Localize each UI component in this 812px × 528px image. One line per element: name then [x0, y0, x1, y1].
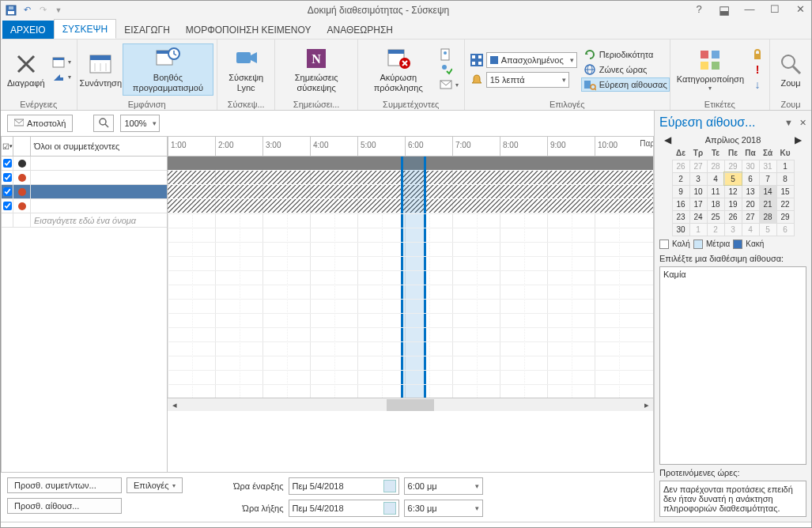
calendar-day[interactable]: 2	[707, 223, 724, 236]
calendar-day[interactable]: 13	[742, 185, 759, 198]
pane-close-icon[interactable]: ✕	[799, 118, 806, 128]
search-button[interactable]	[93, 115, 114, 132]
appointment-button[interactable]: Συνάντηση	[81, 50, 121, 90]
undo-icon[interactable]: ↶	[20, 3, 34, 17]
attendee-checkbox[interactable]	[3, 173, 12, 182]
calendar-day[interactable]: 29	[724, 160, 742, 172]
private-small-icon[interactable]	[749, 47, 766, 62]
calendar-day[interactable]: 5	[759, 223, 776, 236]
scroll-thumb[interactable]	[387, 399, 434, 411]
cancel-invite-button[interactable]: Ακύρωση πρόσκλησης	[361, 44, 436, 94]
calendar-day[interactable]: 30	[742, 160, 759, 172]
calendar-day[interactable]: 28	[707, 160, 724, 172]
add-rooms-button[interactable]: Προσθ. αίθουσ...	[7, 498, 122, 514]
lowimportance-small-icon[interactable]: ↓	[749, 77, 766, 92]
reminder-dropdown[interactable]: 15 λεπτά	[468, 71, 580, 89]
calendar-day[interactable]: 31	[759, 160, 776, 172]
pane-dropdown-icon[interactable]: ▼	[784, 118, 793, 127]
start-time-input[interactable]: 6:00 μμ	[404, 477, 483, 495]
scroll-right-icon[interactable]: ▸	[640, 400, 653, 410]
calendar-day[interactable]: 6	[742, 172, 759, 185]
attendee-checkbox[interactable]	[3, 159, 12, 168]
tab-insert[interactable]: ΕΙΣΑΓΩΓΗ	[116, 21, 178, 39]
calendar-day[interactable]: 12	[724, 185, 742, 198]
available-rooms-list[interactable]: Καμία	[659, 266, 806, 466]
response-options-small-icon[interactable]: ▾	[437, 77, 461, 92]
calendar-day[interactable]: 21	[759, 198, 776, 210]
attendee-checkbox[interactable]	[3, 187, 12, 196]
close-icon[interactable]: ✕	[792, 3, 808, 17]
end-time-input[interactable]: 6:30 μμ	[404, 500, 483, 517]
send-button[interactable]: Αποστολή	[7, 115, 73, 132]
recurrence-button[interactable]: Περιοδικότητα	[581, 47, 670, 62]
attendee-row[interactable]	[2, 185, 167, 199]
minimize-icon[interactable]: —	[742, 3, 757, 17]
tab-meeting[interactable]: ΣΥΣΚΕΨΗ	[54, 19, 117, 39]
save-icon[interactable]	[4, 3, 18, 17]
calendar-day[interactable]: 5	[724, 172, 742, 185]
calendar-day[interactable]: 29	[776, 210, 794, 223]
month-calendar[interactable]: ΔεΤρΤεΠεΠαΣάΚυ26272829303112345678910111…	[672, 147, 795, 236]
calendar-day[interactable]: 15	[776, 185, 794, 198]
maximize-icon[interactable]: ☐	[767, 3, 783, 17]
calendar-day[interactable]: 6	[776, 223, 794, 236]
new-attendee-placeholder[interactable]: Εισαγάγετε εδώ ένα όνομα	[31, 216, 167, 225]
start-date-input[interactable]: Πεμ 5/4/2018	[289, 477, 399, 495]
tab-review[interactable]: ΑΝΑΘΕΩΡΗΣΗ	[319, 21, 400, 39]
scroll-left-icon[interactable]: ◂	[168, 400, 181, 410]
prev-month-icon[interactable]: ◀	[664, 134, 671, 145]
timezones-button[interactable]: Ζώνες ώρας	[581, 62, 670, 77]
calendar-day[interactable]: 3	[724, 223, 742, 236]
calendar-day[interactable]: 3	[689, 172, 707, 185]
calendar-day[interactable]: 2	[672, 172, 689, 185]
calendar-day[interactable]: 24	[689, 210, 707, 223]
add-attendees-button[interactable]: Προσθ. συμετ/ντων...	[7, 477, 122, 493]
attendee-row[interactable]	[2, 171, 167, 185]
calendar-day[interactable]: 14	[759, 185, 776, 198]
forward-small-icon[interactable]: ▾	[50, 70, 74, 85]
checknames-small-icon[interactable]	[437, 62, 461, 77]
calendar-day[interactable]: 7	[759, 172, 776, 185]
show-as-dropdown[interactable]: Απασχολημένος	[468, 51, 580, 69]
calendar-day[interactable]: 10	[689, 185, 707, 198]
calendar-day[interactable]: 28	[759, 210, 776, 223]
lync-button[interactable]: Σύσκεψη Lync	[221, 44, 272, 94]
calendar-day[interactable]: 4	[742, 223, 759, 236]
calendar-day[interactable]: 27	[742, 210, 759, 223]
room-finder-toggle[interactable]: Εύρεση αίθουσας	[581, 77, 670, 92]
attendee-row[interactable]	[2, 157, 167, 171]
addressbook-small-icon[interactable]	[437, 47, 461, 62]
calendar-day[interactable]: 25	[707, 210, 724, 223]
meeting-notes-button[interactable]: N Σημειώσεις σύσκεψης	[278, 44, 353, 94]
help-icon[interactable]: ?	[691, 3, 707, 17]
room-none[interactable]: Καμία	[663, 270, 803, 279]
calendar-day[interactable]: 17	[689, 198, 707, 210]
end-date-input[interactable]: Πεμ 5/4/2018	[289, 500, 399, 517]
all-checkbox-icon[interactable]: ☑▾	[2, 137, 13, 156]
calendar-day[interactable]: 16	[672, 198, 689, 210]
calendar-day[interactable]: 30	[672, 223, 689, 236]
calendar-day[interactable]: 23	[672, 210, 689, 223]
calendar-day[interactable]: 4	[707, 172, 724, 185]
tab-format[interactable]: ΜΟΡΦΟΠΟΙΗΣΗ ΚΕΙΜΕΝΟΥ	[178, 21, 319, 39]
calendar-day[interactable]: 27	[689, 160, 707, 172]
redo-icon[interactable]: ↷	[36, 3, 50, 17]
attendee-row[interactable]	[2, 199, 167, 213]
options-dropdown[interactable]: Επιλογές ▾	[127, 477, 183, 493]
scheduling-assistant-button[interactable]: Βοηθός προγραμματισμού	[123, 43, 213, 95]
calendar-day[interactable]: 26	[724, 210, 742, 223]
calendar-day[interactable]: 9	[672, 185, 689, 198]
calendar-day[interactable]: 20	[742, 198, 759, 210]
attendee-checkbox[interactable]	[3, 202, 12, 210]
calendar-day[interactable]: 8	[776, 172, 794, 185]
ribbon-display-icon[interactable]: ⬓	[716, 3, 732, 17]
calendar-day[interactable]: 1	[776, 160, 794, 172]
delete-button[interactable]: Διαγραφή	[4, 50, 48, 90]
zoom-level-dropdown[interactable]: 100%	[120, 115, 160, 132]
next-month-icon[interactable]: ▶	[795, 134, 802, 145]
calendar-day[interactable]: 18	[707, 198, 724, 210]
categorize-button[interactable]: Κατηγοριοποίηση ▾	[674, 46, 747, 93]
calendar-day[interactable]: 1	[689, 223, 707, 236]
qat-more-icon[interactable]: ▼	[51, 3, 66, 17]
calendar-small-icon[interactable]: ▾	[50, 55, 74, 70]
